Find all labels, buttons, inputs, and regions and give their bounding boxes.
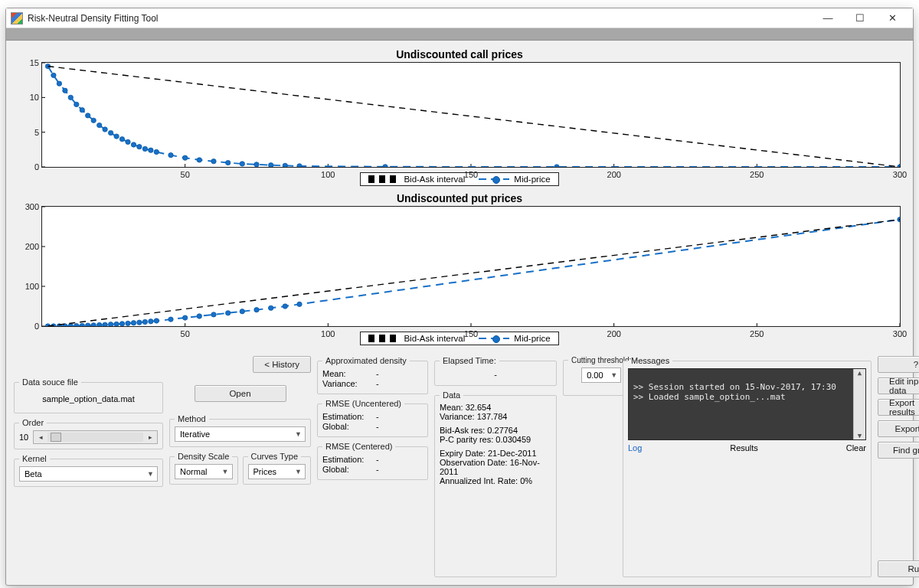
chevron-down-icon: ▼ <box>295 468 302 475</box>
method-value: Iterative <box>180 430 210 439</box>
curves-type-select[interactable]: Prices ▼ <box>248 464 306 479</box>
svg-point-42 <box>898 165 900 167</box>
approx-var-value: - <box>376 379 379 388</box>
titlebar: Risk-Neutral Density Fitting Tool — ☐ ✕ <box>6 8 913 28</box>
svg-point-31 <box>183 155 188 160</box>
density-scale-group: Density Scale Normal ▼ <box>169 452 238 485</box>
open-button[interactable]: Open <box>195 385 286 402</box>
data-bidask: Bid-Ask res: 0.27764 <box>440 426 551 435</box>
svg-point-79 <box>254 308 259 312</box>
approx-density-legend: Approximated density <box>322 356 410 365</box>
help-button[interactable]: ? <box>878 356 919 373</box>
legend-dash-icon <box>368 175 399 183</box>
legend-label: Mid-price <box>514 334 550 343</box>
data-variance: Variance: 137.784 <box>440 412 551 421</box>
svg-point-23 <box>119 137 124 142</box>
slider-thumb[interactable] <box>51 433 61 442</box>
svg-point-60 <box>86 323 90 326</box>
elapsed-group: Elapsed Time: - <box>434 356 557 386</box>
clear-button[interactable]: Clear <box>846 443 866 452</box>
data-obs: Observation Date: 16-Nov-2011 <box>440 458 551 476</box>
density-scale-select[interactable]: Normal ▼ <box>175 464 233 479</box>
run-button[interactable]: Run <box>878 560 919 577</box>
cutting-value: 0.00 <box>587 371 603 380</box>
chevron-down-icon: ▼ <box>295 430 302 438</box>
results-button[interactable]: Results <box>730 443 758 452</box>
order-value: 10 <box>19 433 28 442</box>
chart1-ytick: 10 <box>16 93 39 102</box>
svg-point-76 <box>211 312 216 317</box>
svg-point-68 <box>131 321 136 325</box>
kernel-group: Kernel Beta ▼ <box>14 454 163 487</box>
order-slider[interactable]: ◂ ▸ <box>33 430 158 444</box>
console-scrollbar[interactable]: ▲▼ <box>853 369 865 439</box>
chevron-down-icon: ▼ <box>222 468 229 475</box>
svg-point-65 <box>114 322 119 326</box>
svg-point-63 <box>103 322 107 326</box>
console-line: >> Session started on 15-Nov-2017, 17:30 <box>633 382 836 392</box>
data-group: Data Mean: 32.654 Variance: 137.784 Bid-… <box>434 390 557 577</box>
scroll-up-icon[interactable]: ▲ <box>858 369 862 377</box>
curves-type-legend: Curves Type <box>248 452 302 461</box>
svg-point-37 <box>269 163 273 167</box>
svg-point-62 <box>97 322 102 326</box>
history-button[interactable]: < History <box>253 356 311 373</box>
legend-dotline-icon <box>479 335 509 342</box>
messages-console[interactable]: >> Session started on 15-Nov-2017, 17:30… <box>628 368 866 440</box>
messages-group: Messages >> Session started on 15-Nov-20… <box>623 356 872 577</box>
density-scale-legend: Density Scale <box>175 452 232 461</box>
svg-point-59 <box>80 323 84 326</box>
svg-point-73 <box>168 317 173 322</box>
chart2-xtick: 200 <box>607 329 621 338</box>
kernel-select[interactable]: Beta ▼ <box>19 466 158 482</box>
chart1-xtick: 150 <box>464 170 478 179</box>
minimize-button[interactable]: — <box>812 9 844 28</box>
messages-legend: Messages <box>628 356 672 365</box>
method-select[interactable]: Iterative ▼ <box>175 426 306 442</box>
data-pcparity: P-C parity res: 0.030459 <box>440 435 551 444</box>
svg-point-29 <box>154 149 159 154</box>
find-greeks-button[interactable]: Find greeks <box>878 442 919 459</box>
datasource-group: Data souce file sample_option_data.mat <box>14 377 163 413</box>
curves-type-value: Prices <box>253 467 277 476</box>
window-title: Risk-Neutral Density Fitting Tool <box>28 13 159 24</box>
rmsec-glob-value: - <box>376 465 379 474</box>
data-mean: Mean: 32.654 <box>440 403 551 412</box>
approx-density-group: Approximated density Mean:- Variance:- <box>317 356 428 394</box>
svg-point-13 <box>63 88 67 93</box>
svg-point-17 <box>86 113 90 118</box>
log-button[interactable]: Log <box>628 443 642 452</box>
data-expiry: Expiry Date: 21-Dec-2011 <box>440 449 551 458</box>
app-window: Risk-Neutral Density Fitting Tool — ☐ ✕ … <box>5 8 914 586</box>
slider-left-icon[interactable]: ◂ <box>35 433 46 441</box>
slider-right-icon[interactable]: ▸ <box>145 433 155 441</box>
chart2-title: Undiscounted put prices <box>14 192 905 204</box>
approx-mean-label: Mean: <box>322 369 371 378</box>
svg-point-38 <box>283 163 287 167</box>
export-plot-button[interactable]: Export plot <box>878 420 919 437</box>
edit-input-button[interactable]: Edit input data <box>878 377 919 394</box>
svg-point-41 <box>554 165 559 167</box>
cutting-select[interactable]: 0.00 ▼ <box>581 368 621 383</box>
scroll-down-icon[interactable]: ▼ <box>858 432 862 439</box>
chart1-ytick: 5 <box>16 128 39 137</box>
console-line: >> Loaded sample_option_...mat <box>633 392 786 402</box>
chart2-ytick: 0 <box>16 322 39 331</box>
svg-point-12 <box>57 81 61 86</box>
rmse-centered-group: RMSE (Centered) Estimation:- Global:- <box>317 442 428 480</box>
chart1-xtick: 300 <box>893 170 907 179</box>
export-results-button[interactable]: Export results <box>878 399 919 416</box>
svg-point-71 <box>149 319 153 324</box>
rmse-uncentered-group: RMSE (Uncentered) Estimation:- Global:- <box>317 399 428 437</box>
maximize-button[interactable]: ☐ <box>844 9 876 28</box>
svg-point-25 <box>131 142 136 147</box>
chevron-down-icon: ▼ <box>610 371 617 379</box>
svg-point-57 <box>68 324 73 326</box>
close-button[interactable]: ✕ <box>876 9 908 28</box>
svg-point-82 <box>297 302 302 306</box>
chart1-axes: 0 5 10 15 50 100 150 200 250 300 <box>41 62 901 168</box>
approx-mean-value: - <box>376 369 379 378</box>
legend-label: Bid-Ask interval <box>404 175 465 184</box>
svg-point-77 <box>226 311 231 315</box>
svg-point-24 <box>126 139 130 144</box>
